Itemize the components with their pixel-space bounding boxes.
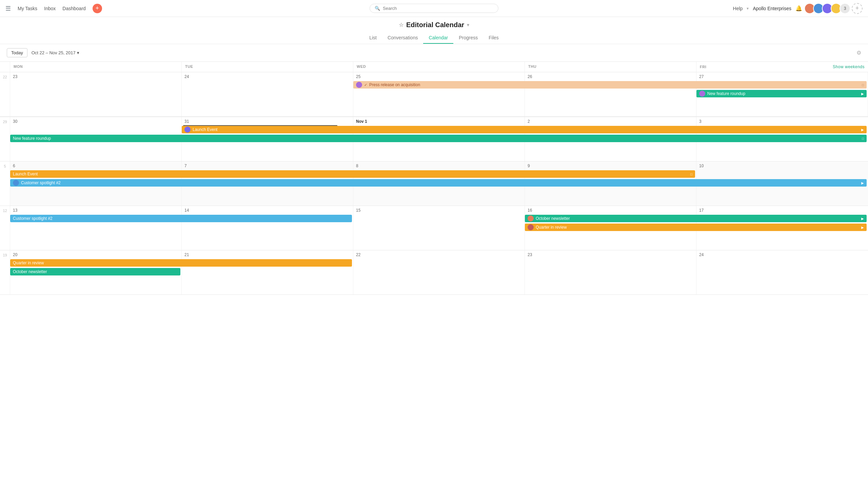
day-num-31: 31 (182, 119, 353, 125)
event-avatar-launch (185, 127, 190, 133)
event-october-newsletter-w5[interactable]: October newsletter (10, 268, 181, 275)
day-24b: 24 (696, 250, 868, 294)
event-nfr-w2-end: □ (862, 137, 864, 141)
notification-icon[interactable]: 🔔 (796, 5, 802, 12)
event-launch-event-w3[interactable]: Launch Event □ (10, 170, 695, 178)
header-tue: TUE (182, 62, 353, 72)
search-bar[interactable]: 🔍 (370, 4, 498, 13)
day-num-26: 26 (525, 74, 696, 80)
day-num-8: 8 (353, 163, 524, 170)
week-row-4: 12 13 14 15 16 17 Customer spotlight #2 (0, 206, 868, 250)
day-num-13: 13 (10, 208, 182, 214)
day-num-2: 2 (525, 119, 696, 125)
week-row-3: 5 6 7 8 9 10 Launch Event □ (0, 161, 868, 206)
event-end-icon: □ (862, 83, 864, 87)
event-cs-avatar (13, 180, 19, 186)
day-24: 24 (182, 72, 353, 116)
day-num-23: 23 (10, 74, 182, 80)
project-header: ☆ Editorial Calendar ▾ List Conversation… (0, 17, 868, 44)
check-icon: ✓ (364, 83, 367, 87)
week-num-22: 22 (0, 72, 10, 116)
nav-right: Help ▾ Apollo Enterprises 🔔 3 + (577, 3, 863, 14)
star-icon: ☆ (399, 22, 403, 28)
week-col-header (0, 62, 10, 72)
header-thu: THU (525, 62, 696, 72)
event-qr-label: Quarter in review (536, 225, 566, 230)
event-press-release-label: Press release on acquisition (369, 82, 420, 87)
event-customer-spotlight-w3[interactable]: Customer spotlight #2 ▶ (10, 179, 867, 187)
event-cs-w4-label: Customer spotlight #2 (13, 216, 53, 221)
day-num-15: 15 (353, 208, 524, 214)
calendar-header: MON TUE WED THU FRI Show weekends (0, 62, 868, 72)
dropdown-icon: ▾ (467, 22, 469, 27)
event-press-release[interactable]: ✓ Press release on acquisition □ (353, 81, 867, 89)
event-october-newsletter-w4[interactable]: October newsletter ▶ (525, 215, 867, 222)
settings-icon[interactable]: ⚙ (856, 50, 861, 56)
add-button[interactable]: + (93, 4, 102, 13)
workspace-name[interactable]: Apollo Enterprises (753, 6, 791, 11)
event-launch-event-w2[interactable]: Launch Event ▶ (182, 126, 867, 133)
event-nfr-w2-label: New feature roundup (13, 136, 51, 141)
week-row-1: 22 23 24 25 26 27 ✓ Press release on (0, 72, 868, 117)
week-num-19: 19 (0, 250, 10, 294)
calendar-toolbar: Today Oct 22 – Nov 25, 2017 ▾ ⚙ (0, 44, 868, 62)
header-fri: FRI Show weekends (696, 62, 868, 72)
event-qr-w5-label: Quarter in review (13, 261, 44, 265)
event-quarter-review-w4[interactable]: Quarter in review ▶ (525, 224, 867, 231)
day-num-23b: 23 (525, 252, 696, 259)
day-23: 23 (10, 72, 182, 116)
date-range[interactable]: Oct 22 – Nov 25, 2017 ▾ (31, 50, 79, 55)
search-input[interactable] (383, 6, 493, 11)
date-range-chevron: ▾ (77, 50, 79, 55)
day-num-14: 14 (182, 208, 353, 214)
project-title[interactable]: ☆ Editorial Calendar ▾ (399, 21, 469, 29)
event-customer-spotlight-w4[interactable]: Customer spotlight #2 (10, 215, 352, 222)
day-num-9: 9 (525, 163, 696, 170)
event-on-w5-label: October newsletter (13, 270, 47, 274)
day-num-21: 21 (182, 252, 353, 259)
event-qr-end: ▶ (861, 226, 864, 229)
dashboard-link[interactable]: Dashboard (62, 6, 86, 11)
avatar-count[interactable]: 3 (840, 3, 850, 14)
add-member-button[interactable]: + (852, 3, 863, 14)
top-navigation: ☰ My Tasks Inbox Dashboard + 🔍 Help ▾ Ap… (0, 0, 868, 17)
tab-progress[interactable]: Progress (453, 32, 483, 44)
header-wed: WED (353, 62, 525, 72)
show-weekends-button[interactable]: Show weekends (833, 64, 865, 69)
event-nfr-label: New feature roundup (707, 91, 745, 96)
day-26: 26 (525, 72, 696, 116)
project-tabs: List Conversations Calendar Progress Fil… (364, 32, 504, 44)
tab-calendar[interactable]: Calendar (423, 32, 453, 44)
tab-list[interactable]: List (364, 32, 382, 44)
day-num-nov1: Nov 1 (353, 119, 524, 125)
week-num-5: 5 (0, 161, 10, 206)
event-cs-end: ▶ (861, 181, 864, 185)
hamburger-icon[interactable]: ☰ (5, 5, 11, 12)
event-new-feature-roundup-w1[interactable]: New feature roundup ▶ (696, 90, 867, 97)
tab-files[interactable]: Files (483, 32, 504, 44)
day-num-24b: 24 (696, 252, 868, 259)
nav-left: ☰ My Tasks Inbox Dashboard + (5, 4, 291, 13)
day-num-7: 7 (182, 163, 353, 170)
event-launch-end: ▶ (861, 128, 864, 132)
day-num-24: 24 (182, 74, 353, 80)
day-num-10: 10 (696, 163, 868, 170)
week-num-12: 12 (0, 206, 10, 250)
date-range-text: Oct 22 – Nov 25, 2017 (31, 50, 76, 55)
nav-center: 🔍 (291, 4, 577, 13)
event-quarter-review-w5[interactable]: Quarter in review (10, 259, 352, 267)
header-mon: MON (10, 62, 182, 72)
today-button[interactable]: Today (7, 48, 27, 57)
day-num-3: 3 (696, 119, 868, 125)
event-on-end: ▶ (861, 217, 864, 221)
inbox-link[interactable]: Inbox (44, 6, 56, 11)
day-num-17: 17 (696, 208, 868, 214)
event-on-label: October newsletter (536, 216, 570, 221)
my-tasks-link[interactable]: My Tasks (18, 6, 37, 11)
help-button[interactable]: Help (733, 6, 743, 11)
tab-conversations[interactable]: Conversations (382, 32, 424, 44)
day-22: 22 (353, 250, 525, 294)
event-avatar-teal (699, 91, 705, 97)
event-new-feature-roundup-w2[interactable]: New feature roundup □ (10, 135, 867, 142)
day-num-16: 16 (525, 208, 696, 214)
